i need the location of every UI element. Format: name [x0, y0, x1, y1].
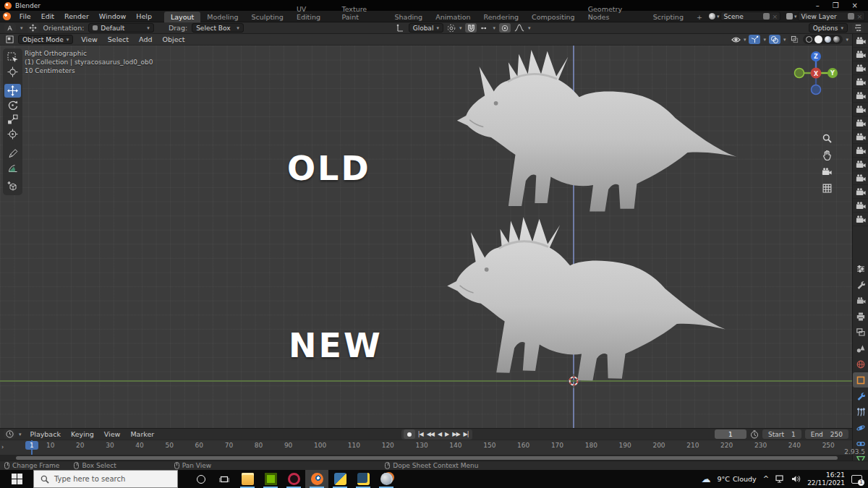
scene-name[interactable]: Scene — [723, 13, 761, 20]
new-scene-icon[interactable] — [763, 13, 770, 20]
taskbar-opera[interactable] — [282, 470, 305, 488]
viewport-menu-item[interactable]: Add — [134, 35, 157, 44]
outliner-camera-item[interactable] — [853, 130, 868, 144]
expand-channels-arrow[interactable]: › — [1, 444, 4, 450]
transport-button[interactable]: ◀ — [435, 431, 443, 437]
workspace-tab[interactable]: Shading — [388, 12, 430, 22]
perspective-toggle-button[interactable] — [819, 182, 835, 194]
rotate-tool[interactable] — [4, 98, 21, 112]
outliner-camera-item[interactable] — [853, 185, 868, 199]
task-view-button[interactable] — [213, 470, 236, 488]
transform-orientation-dropdown[interactable]: Global ▾ — [409, 23, 443, 33]
orientation-dropdown[interactable]: Default ▾ — [88, 23, 154, 33]
mode-dropdown[interactable]: Object Mode ▾ — [18, 35, 73, 44]
cursor-tool[interactable] — [4, 65, 21, 79]
outliner-camera-item[interactable] — [853, 34, 868, 48]
taskbar-globe-app[interactable] — [375, 470, 398, 488]
taskbar-nvidia[interactable] — [259, 470, 282, 488]
taskbar-clock[interactable]: 16:21 22/11/2021 — [807, 471, 845, 487]
navigation-gizmo[interactable]: Z Y X — [793, 50, 839, 96]
menu-item[interactable]: File — [14, 12, 36, 21]
workspace-tab[interactable]: Geometry Nodes — [582, 4, 647, 22]
menu-item[interactable]: Edit — [36, 12, 59, 21]
taskbar-file-explorer[interactable] — [236, 470, 259, 488]
view-layer-selector[interactable]: View Layer × — [798, 12, 865, 21]
transform-tool[interactable] — [4, 127, 21, 141]
outliner-camera-item[interactable] — [853, 116, 868, 130]
current-frame-field[interactable]: 1 — [715, 429, 746, 439]
object-properties-tab[interactable] — [853, 372, 868, 388]
outliner-filter-icon[interactable] — [852, 23, 864, 33]
modifier-properties-tab[interactable] — [853, 388, 868, 403]
workspace-tab[interactable]: Sculpting — [245, 12, 290, 22]
timeline-ruler[interactable]: › 10203040506070809010011012013014015016… — [0, 440, 852, 455]
taskbar-search[interactable]: Type here to search — [33, 470, 178, 488]
drag-dropdown[interactable]: Select Box ▾ — [192, 23, 244, 33]
workspace-tab[interactable]: + — [690, 12, 709, 22]
proportional-edit-toggle[interactable] — [499, 23, 511, 33]
taskbar-python-dark[interactable] — [352, 470, 375, 488]
pivot-caret[interactable]: ▾ — [459, 25, 462, 31]
timeline-scrollbar[interactable] — [0, 455, 852, 461]
outliner-camera-item[interactable] — [853, 75, 868, 89]
workspace-tab[interactable]: UV Editing — [290, 4, 336, 22]
speaker-icon[interactable] — [791, 475, 801, 483]
shading-wireframe-icon[interactable] — [806, 36, 812, 43]
timeline-menu-item[interactable]: Playback — [25, 429, 66, 439]
network-icon[interactable] — [775, 475, 785, 483]
auto-keying-button[interactable] — [404, 429, 415, 439]
outliner-camera-item[interactable] — [853, 158, 868, 171]
workspace-tab[interactable]: Scripting — [647, 12, 690, 22]
editor-selector-icon[interactable] — [853, 261, 868, 276]
active-tool-icon[interactable] — [4, 23, 16, 33]
taskbar-python-app[interactable] — [328, 470, 352, 488]
workspace-tab[interactable]: Texture Paint — [335, 4, 388, 22]
xray-toggle[interactable] — [788, 35, 800, 44]
scene-properties-tab[interactable] — [853, 341, 868, 356]
timeline-editor-caret[interactable]: ▾ — [19, 432, 22, 437]
world-properties-tab[interactable] — [853, 356, 868, 372]
shading-solid-icon[interactable] — [814, 35, 822, 43]
weather-widget[interactable]: 9°C Cloudy — [718, 475, 757, 483]
start-button[interactable] — [0, 470, 33, 488]
view-layer-caret[interactable]: ▾ — [794, 14, 797, 20]
viewport-3d[interactable]: Right Orthographic (1) Collection | styr… — [0, 46, 852, 428]
current-frame-badge[interactable]: 1 — [25, 441, 38, 450]
zoom-view-button[interactable] — [819, 132, 835, 145]
frame-start-field[interactable]: Start 1 — [762, 429, 801, 439]
tool-properties-tab[interactable] — [853, 277, 868, 292]
workspace-tab[interactable]: Layout — [164, 12, 200, 22]
use-preview-range-icon[interactable] — [750, 430, 759, 439]
transport-button[interactable]: ▶▶ — [451, 431, 461, 437]
view-layer-name[interactable]: View Layer — [801, 13, 846, 20]
shading-caret[interactable]: ▾ — [846, 37, 848, 43]
snap-toggle[interactable] — [465, 23, 477, 33]
transport-button[interactable]: |◀ — [416, 431, 425, 437]
object-visibility-icon[interactable] — [731, 36, 741, 43]
outliner-camera-item[interactable] — [853, 199, 868, 213]
outliner-camera-item[interactable] — [853, 213, 868, 226]
minimize-button[interactable]: – — [816, 1, 820, 9]
taskbar-blender[interactable] — [305, 470, 328, 488]
pivot-point-icon[interactable] — [447, 24, 456, 33]
gizmo-toggle[interactable] — [749, 35, 760, 44]
options-dropdown[interactable]: Options ▾ — [809, 23, 848, 33]
shading-material-icon[interactable] — [825, 36, 831, 43]
cortana-button[interactable] — [190, 470, 213, 488]
add-cube-tool[interactable] — [4, 179, 21, 193]
timeline-menu-item[interactable]: Keying — [66, 429, 99, 439]
falloff-caret[interactable]: ▾ — [528, 25, 531, 31]
timeline-menu-item[interactable]: View — [99, 429, 126, 439]
menu-item[interactable]: Window — [94, 12, 131, 21]
shading-rendered-icon[interactable] — [833, 36, 840, 43]
gizmo-caret[interactable]: ▾ — [763, 37, 766, 43]
gizmo-z-negative[interactable] — [812, 85, 821, 95]
timeline-editor-icon[interactable] — [4, 429, 15, 439]
measure-tool[interactable] — [4, 160, 21, 174]
new-view-layer-icon[interactable] — [848, 13, 854, 20]
workspace-tab[interactable]: Modeling — [200, 12, 244, 22]
outliner-camera-item[interactable] — [853, 103, 868, 116]
scale-tool[interactable] — [4, 113, 21, 127]
view-layer-properties-tab[interactable] — [853, 325, 868, 340]
viewport-menu-item[interactable]: View — [76, 35, 103, 44]
